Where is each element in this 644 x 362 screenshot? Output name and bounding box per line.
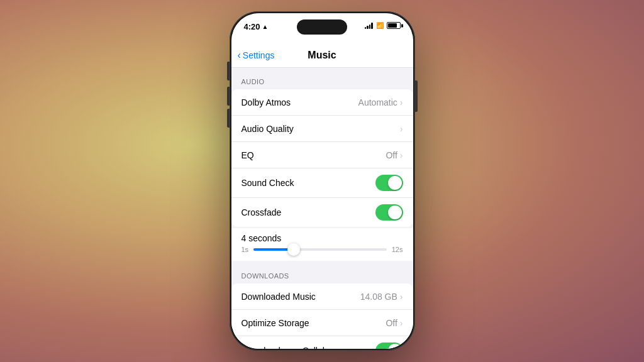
eq-row[interactable]: EQ Off › [231, 142, 413, 168]
crossfade-toggle[interactable] [375, 204, 403, 221]
status-bar-right: 📶 [365, 22, 401, 29]
crossfade-label: Crossfade [242, 207, 375, 217]
crossfade-knob [388, 206, 402, 219]
slider-thumb[interactable] [287, 243, 300, 256]
battery-icon [387, 22, 401, 29]
status-bar-left: 4:20 ▲ [244, 22, 269, 31]
crossfade-slider[interactable] [253, 248, 387, 251]
eq-value: Off [386, 150, 397, 160]
download-cellular-label: Download over Cellular [242, 346, 375, 349]
crossfade-seconds-label: 4 seconds [242, 233, 403, 243]
audio-quality-row[interactable]: Audio Quality › [231, 116, 413, 142]
sound-check-label: Sound Check [242, 178, 375, 188]
phone-screen: 4:20 ▲ 📶 ‹ Settings [231, 13, 413, 349]
location-icon: ▲ [262, 23, 269, 30]
audio-section-header: AUDIO [231, 68, 413, 89]
settings-scroll-area[interactable]: AUDIO Dolby Atmos Automatic › Audio Qual… [231, 68, 413, 349]
audio-quality-chevron-icon: › [400, 124, 403, 134]
phone-frame: 4:20 ▲ 📶 ‹ Settings [230, 11, 415, 351]
optimize-storage-label: Optimize Storage [242, 318, 386, 328]
downloaded-music-row[interactable]: Downloaded Music 14.08 GB › [231, 283, 413, 310]
dolby-atmos-row[interactable]: Dolby Atmos Automatic › [231, 89, 413, 116]
downloads-section-header: DOWNLOADS [231, 262, 413, 283]
sound-check-toggle[interactable] [375, 175, 403, 191]
downloaded-music-chevron-icon: › [400, 292, 403, 302]
slider-row: 1s 12s [242, 246, 403, 253]
downloaded-music-label: Downloaded Music [242, 292, 360, 302]
slider-min-label: 1s [242, 246, 249, 253]
download-cellular-toggle[interactable] [375, 343, 403, 349]
dynamic-island [297, 19, 347, 35]
nav-bar: ‹ Settings Music [231, 45, 413, 68]
download-cellular-row[interactable]: Download over Cellular [231, 336, 413, 349]
slider-max-label: 12s [392, 246, 403, 253]
eq-chevron-icon: › [400, 150, 403, 160]
status-bar: 4:20 ▲ 📶 [231, 13, 413, 45]
downloaded-music-value: 14.08 GB [360, 292, 397, 302]
optimize-storage-row[interactable]: Optimize Storage Off › [231, 310, 413, 336]
optimize-storage-value: Off [386, 318, 397, 328]
eq-label: EQ [242, 150, 386, 160]
crossfade-row[interactable]: Crossfade [231, 198, 413, 227]
back-chevron-icon: ‹ [238, 50, 241, 61]
dolby-atmos-value: Automatic [358, 97, 397, 107]
optimize-storage-chevron-icon: › [400, 318, 403, 328]
page-title: Music [308, 50, 336, 61]
wifi-icon: 📶 [376, 22, 384, 29]
download-cellular-knob [388, 344, 402, 349]
dolby-atmos-label: Dolby Atmos [242, 97, 358, 107]
back-button[interactable]: ‹ Settings [238, 50, 275, 61]
downloads-settings-group: Downloaded Music 14.08 GB › Optimize Sto… [231, 283, 413, 349]
time-label: 4:20 [244, 22, 260, 31]
dolby-atmos-chevron-icon: › [400, 97, 403, 107]
audio-quality-label: Audio Quality [242, 124, 400, 134]
sound-check-row[interactable]: Sound Check [231, 168, 413, 198]
back-label: Settings [243, 50, 275, 60]
sound-check-knob [388, 176, 402, 190]
audio-settings-group: Dolby Atmos Automatic › Audio Quality › … [231, 89, 413, 227]
signal-icon [365, 23, 373, 29]
crossfade-slider-section: 4 seconds 1s 12s [231, 228, 413, 261]
